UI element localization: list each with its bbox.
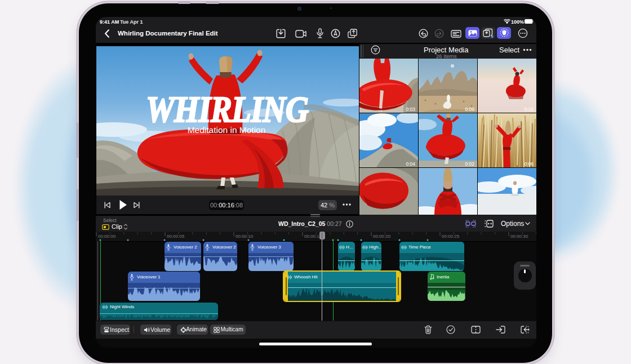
svg-text:0:02: 0:02 bbox=[465, 161, 474, 167]
svg-text:0:10: 0:10 bbox=[524, 106, 534, 112]
svg-text:0:04: 0:04 bbox=[406, 161, 415, 167]
svg-text:Meditation in Motion: Meditation in Motion bbox=[188, 125, 266, 135]
svg-text:00:00:25: 00:00:25 bbox=[442, 234, 460, 239]
svg-text:WHIRLING: WHIRLING bbox=[146, 88, 308, 130]
svg-text:0:09: 0:09 bbox=[465, 106, 474, 112]
svg-text:00:00:20: 00:00:20 bbox=[373, 234, 391, 239]
svg-text:00:00:05: 00:00:05 bbox=[167, 234, 185, 239]
svg-text:00:00:10: 00:00:10 bbox=[235, 234, 254, 239]
svg-text:00:00:30: 00:00:30 bbox=[510, 234, 528, 239]
svg-text:0:03: 0:03 bbox=[406, 106, 415, 112]
svg-text:00:00:00: 00:00:00 bbox=[98, 234, 116, 239]
svg-text:0:06: 0:06 bbox=[524, 161, 534, 167]
